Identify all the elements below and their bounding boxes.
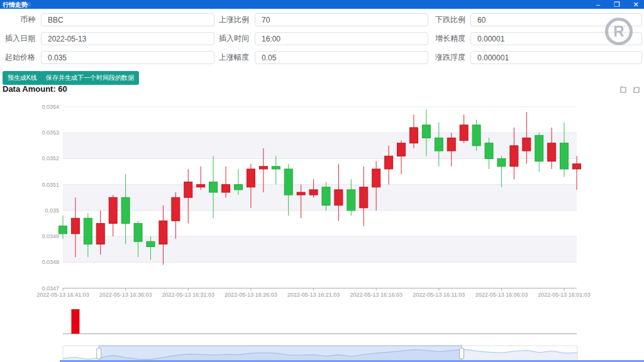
y-axis-label: 0.0349 [42, 233, 59, 239]
candle-body [184, 182, 192, 198]
candle-body [447, 138, 455, 151]
y-axis-label: 0.0353 [42, 129, 59, 136]
candle-body [71, 218, 79, 234]
y-axis-label: 0.0352 [42, 155, 59, 162]
candle-body [259, 167, 267, 169]
split-band [63, 133, 577, 158]
y-axis-label: 0.0347 [42, 285, 59, 292]
candle-body [297, 192, 305, 195]
x-axis-label: 2022-05-13 16:16:03 [350, 292, 402, 298]
x-axis-label: 2022-05-13 16:26:03 [225, 292, 277, 298]
x-axis-label: 2022-05-13 16:41:03 [36, 292, 89, 298]
y-axis-label: 0.0354 [42, 104, 59, 110]
candle-body [59, 226, 67, 234]
candle-body [247, 169, 255, 187]
x-axis-label: 2022-05-13 16:11:03 [413, 292, 465, 298]
candle-body [322, 187, 330, 206]
x-axis-label: 2022-05-13 16:21:03 [287, 292, 340, 298]
volume-bar [71, 309, 79, 334]
zoom-slider-left-handle[interactable] [97, 348, 101, 359]
candle-body [159, 221, 167, 244]
candle-body [96, 223, 104, 244]
y-axis-label: 0.035 [45, 207, 59, 214]
candle-body [435, 138, 443, 151]
candle-body [485, 143, 493, 159]
candle-body [234, 185, 242, 190]
candle-body [497, 158, 506, 166]
candle-body [560, 143, 569, 169]
candle-body [372, 169, 380, 187]
zoom-slider-selection[interactable] [99, 346, 462, 361]
candle-body [460, 125, 468, 141]
candle-body [172, 197, 180, 221]
candle-body [284, 169, 292, 195]
candle-body [134, 223, 142, 241]
x-axis-label: 2022-05-13 16:31:03 [162, 292, 214, 298]
candle-body [197, 185, 205, 187]
candle-body [385, 156, 393, 169]
x-axis-label: 2022-05-13 16:06:03 [475, 292, 528, 298]
candle-body [147, 241, 155, 246]
candle-body [523, 138, 531, 151]
split-band [63, 185, 577, 211]
candle-body [409, 128, 418, 143]
y-axis-label: 0.0348 [42, 259, 59, 265]
y-axis-label: 0.0351 [42, 182, 59, 188]
candle-body [222, 185, 230, 192]
candle-body [510, 146, 518, 167]
candle-body [109, 197, 117, 223]
candle-body [209, 182, 218, 192]
candle-body [121, 197, 130, 223]
x-axis-label: 2022-05-13 16:36:03 [99, 292, 152, 298]
candle-body [309, 190, 318, 195]
zoom-slider-right-handle[interactable] [459, 348, 464, 359]
candle-body [397, 143, 406, 156]
candle-body [84, 218, 92, 244]
candle-body [548, 143, 556, 162]
candle-body [573, 164, 581, 169]
candle-body [272, 167, 280, 169]
candle-body [422, 125, 430, 138]
x-axis-label: 2022-05-13 16:01:03 [538, 292, 591, 298]
candle-body [335, 190, 343, 206]
kline-chart[interactable]: 0.03540.03530.03520.03510.0350.03490.034… [0, 0, 644, 362]
candle-body [360, 187, 368, 208]
candle-body [535, 135, 543, 161]
candle-body [347, 190, 355, 211]
candle-body [472, 125, 480, 146]
